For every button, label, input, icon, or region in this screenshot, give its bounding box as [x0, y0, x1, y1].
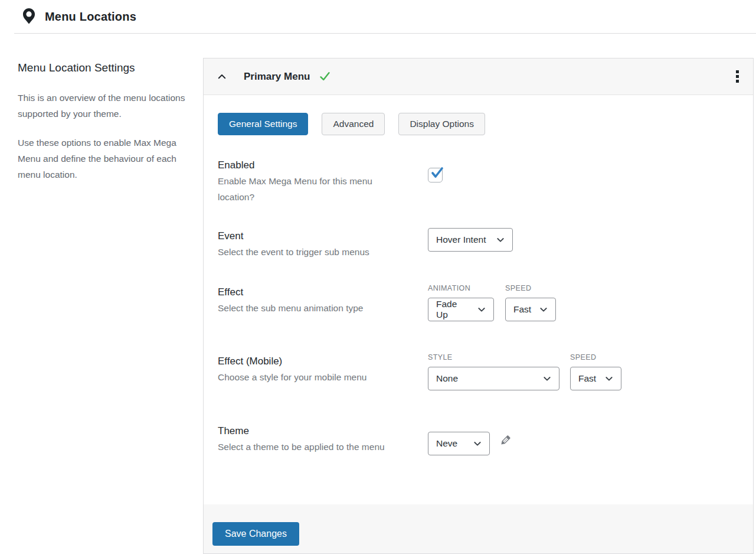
map-pin-icon — [21, 8, 37, 25]
mobile-style-select[interactable]: None — [428, 367, 559, 390]
setting-row-effect-mobile: Effect (Mobile) Choose a style for your … — [218, 353, 739, 392]
event-select-value: Hover Intent — [436, 234, 486, 245]
theme-select-value: Neve — [436, 438, 457, 449]
edit-theme-pencil-icon[interactable] — [499, 434, 512, 447]
sidebar: Menu Location Settings This is an overvi… — [18, 61, 195, 195]
mobile-speed-value: Fast — [578, 373, 596, 384]
event-select[interactable]: Hover Intent — [428, 228, 513, 252]
checkmark-icon — [429, 165, 446, 181]
enabled-checkbox[interactable] — [428, 168, 443, 183]
event-label: Event — [218, 228, 428, 244]
theme-select[interactable]: Neve — [428, 432, 490, 455]
mobile-style-value: None — [436, 373, 458, 384]
effect-mobile-description: Choose a style for your mobile menu — [218, 369, 407, 385]
setting-row-theme: Theme Select a theme to be applied to th… — [218, 423, 739, 455]
effect-speed-value: Fast — [513, 304, 531, 315]
theme-description: Select a theme to be applied to the menu — [218, 439, 407, 455]
sidebar-paragraph: Use these options to enable Max Mega Men… — [18, 135, 195, 183]
enabled-check-icon — [319, 71, 330, 82]
sidebar-heading: Menu Location Settings — [18, 61, 195, 74]
animation-sublabel: ANIMATION — [428, 284, 494, 292]
effect-mobile-label: Effect (Mobile) — [218, 353, 428, 369]
speed-sublabel: SPEED — [570, 353, 621, 361]
chevron-down-icon — [542, 374, 552, 383]
mobile-speed-select[interactable]: Fast — [570, 367, 621, 390]
tab-display-options[interactable]: Display Options — [398, 113, 485, 135]
page-title: Menu Locations — [45, 10, 136, 24]
menu-location-panel: Primary Menu General Settings Advanced D… — [203, 58, 754, 554]
tab-advanced[interactable]: Advanced — [322, 113, 385, 135]
effect-animation-value: Fade Up — [436, 299, 471, 320]
settings-tabs: General Settings Advanced Display Option… — [218, 113, 739, 135]
kebab-menu-icon[interactable] — [732, 67, 742, 86]
tab-general-settings[interactable]: General Settings — [218, 113, 308, 135]
speed-sublabel: SPEED — [505, 284, 556, 292]
setting-row-enabled: Enabled Enable Max Mega Menu for this me… — [218, 157, 739, 205]
chevron-down-icon — [496, 235, 505, 245]
chevron-down-icon — [477, 305, 486, 314]
save-changes-button[interactable]: Save Changes — [212, 522, 299, 546]
panel-body: General Settings Advanced Display Option… — [204, 95, 753, 455]
event-description: Select the event to trigger sub menus — [218, 244, 407, 260]
chevron-down-icon — [539, 305, 548, 314]
style-sublabel: STYLE — [428, 353, 559, 361]
effect-label: Effect — [218, 284, 428, 300]
chevron-down-icon — [604, 374, 614, 383]
panel-footer: Save Changes — [204, 504, 753, 553]
panel-header[interactable]: Primary Menu — [204, 58, 753, 95]
setting-row-effect: Effect Select the sub menu animation typ… — [218, 284, 739, 323]
header-divider — [14, 33, 756, 34]
effect-speed-select[interactable]: Fast — [505, 298, 556, 321]
effect-animation-select[interactable]: Fade Up — [428, 298, 494, 321]
sidebar-paragraph: This is an overview of the menu location… — [18, 90, 195, 122]
enabled-description: Enable Max Mega Menu for this menu locat… — [218, 173, 407, 205]
enabled-label: Enabled — [218, 157, 428, 173]
panel-title: Primary Menu — [244, 71, 310, 83]
theme-label: Theme — [218, 423, 428, 439]
chevron-down-icon — [473, 439, 482, 448]
chevron-up-icon[interactable] — [215, 70, 228, 83]
effect-description: Select the sub menu animation type — [218, 300, 407, 316]
setting-row-event: Event Select the event to trigger sub me… — [218, 228, 739, 260]
page-header: Menu Locations — [0, 0, 756, 33]
